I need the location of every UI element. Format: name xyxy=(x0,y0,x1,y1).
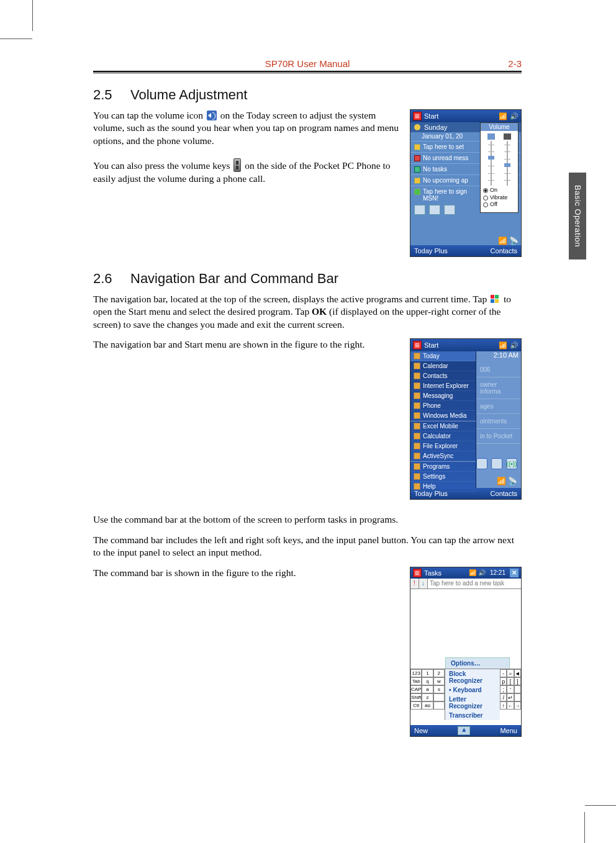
section-2-5-heading: 2.5Volume Adjustment xyxy=(93,87,522,103)
nav-bar: ⊞ Start 📶 🔊 xyxy=(410,339,521,351)
chevron-up-icon xyxy=(462,728,466,732)
today-owner-row: Tap here to set xyxy=(423,143,464,150)
app-icon xyxy=(414,473,420,480)
start-menu-item[interactable]: Excel Mobile xyxy=(410,422,476,431)
key[interactable]: ↵ xyxy=(507,693,514,701)
priority-filter-button[interactable]: ! xyxy=(410,579,419,588)
key[interactable]: ; xyxy=(500,685,507,693)
start-menu-item[interactable]: Internet Explorer xyxy=(410,381,476,391)
task-filter-bar: ! ↓ xyxy=(410,579,521,589)
sort-filter-button[interactable]: ↓ xyxy=(419,579,428,588)
section-number: 2.5 xyxy=(93,87,130,103)
key[interactable]: [ xyxy=(507,677,514,685)
key[interactable]: s xyxy=(433,685,445,693)
key[interactable]: z xyxy=(422,693,433,701)
radio-vibrate[interactable] xyxy=(483,196,488,201)
connection-icons: 📶 📡 xyxy=(497,477,517,485)
key[interactable]: 2 xyxy=(433,669,445,677)
today-row-fragment: ages xyxy=(476,399,521,414)
speaker-status-icon: 🔊 xyxy=(510,112,519,120)
key[interactable]: Shift xyxy=(410,693,422,701)
volume-popup-title: Volume xyxy=(481,123,518,131)
section-2-6-heading: 2.6Navigation Bar and Command Bar xyxy=(93,271,522,287)
system-volume-slider[interactable] xyxy=(486,133,497,186)
start-menu[interactable]: TodayCalendarContactsInternet ExplorerMe… xyxy=(410,351,476,488)
right-softkey[interactable]: Contacts xyxy=(491,490,517,497)
today-msn-row: Tap here to sign xyxy=(423,188,467,195)
key[interactable]: ] xyxy=(514,677,521,685)
signal-icon: 📶 xyxy=(499,341,507,349)
start-menu-item[interactable]: Programs xyxy=(410,462,476,472)
sip-options[interactable]: Options… xyxy=(445,657,510,669)
sip-toggle-button[interactable] xyxy=(458,726,470,735)
app-icon xyxy=(414,463,420,470)
key[interactable]: 123 xyxy=(410,669,422,677)
soft-keyboard-right-fragment[interactable]: -=◄p[];'/↵↑←→ xyxy=(500,669,521,720)
today-row-fragment: ointments xyxy=(476,414,521,429)
sip-method-list[interactable]: Block RecognizerKeyboardLetter Recognize… xyxy=(445,669,500,720)
tray-icon xyxy=(476,458,487,469)
key[interactable]: ◄ xyxy=(514,669,521,677)
key[interactable]: Ctl xyxy=(410,701,422,710)
tasks-icon xyxy=(414,166,420,173)
figure-today-volume: ⊞ Start 📶 🔊 Sunday January 01, 20 Tap he… xyxy=(410,109,522,257)
soft-keyboard-fragment[interactable]: 12312TabqwCAPasShiftzCtláü xyxy=(410,669,445,720)
wireless-icon: ((•)) xyxy=(506,458,517,469)
sip-method-item[interactable]: Transcriber xyxy=(445,711,500,720)
key[interactable]: = xyxy=(507,669,514,677)
start-flag-icon: ⊞ xyxy=(413,569,422,577)
app-icon xyxy=(414,443,420,449)
key[interactable]: q xyxy=(422,677,433,685)
key[interactable]: - xyxy=(500,669,507,677)
key[interactable] xyxy=(514,693,521,701)
key[interactable] xyxy=(514,685,521,693)
sip-method-item[interactable]: Keyboard xyxy=(445,685,500,695)
key[interactable]: → xyxy=(514,701,521,710)
start-menu-item[interactable]: Today xyxy=(410,351,476,361)
input-panel-area: 12312TabqwCAPasShiftzCtláü Block Recogni… xyxy=(410,669,521,720)
key[interactable]: p xyxy=(500,677,507,685)
new-task-input[interactable] xyxy=(428,579,521,588)
key[interactable]: 1 xyxy=(422,669,433,677)
start-menu-item[interactable]: Messaging xyxy=(410,391,476,401)
start-menu-item[interactable]: Windows Media xyxy=(410,411,476,421)
sip-method-item[interactable]: Letter Recognizer xyxy=(445,695,500,711)
key[interactable]: ' xyxy=(507,685,514,693)
volume-mode-radios[interactable]: On Vibrate Off xyxy=(481,187,518,210)
app-icon xyxy=(414,433,420,440)
left-softkey[interactable]: New xyxy=(414,727,428,734)
key[interactable] xyxy=(433,701,445,710)
sip-method-item[interactable]: Block Recognizer xyxy=(445,669,500,685)
radio-off[interactable] xyxy=(483,202,488,207)
key[interactable]: ↑ xyxy=(500,701,507,710)
start-menu-item[interactable]: Contacts xyxy=(410,371,476,381)
start-menu-item[interactable]: Settings xyxy=(410,472,476,482)
owner-icon xyxy=(414,144,420,150)
clock-time: 2:10 AM xyxy=(494,351,519,359)
key[interactable]: Tab xyxy=(410,677,422,685)
para-2-5-1: You can tap the volume icon on the Today… xyxy=(93,109,399,147)
phone-volume-slider[interactable] xyxy=(502,133,513,186)
message-icon xyxy=(414,155,420,161)
start-menu-item[interactable]: ActiveSync xyxy=(410,451,476,461)
start-menu-item[interactable]: Calculator xyxy=(410,431,476,441)
key[interactable]: CAP xyxy=(410,685,422,693)
key[interactable]: áü xyxy=(422,701,433,710)
key[interactable]: ← xyxy=(507,701,514,710)
right-softkey[interactable]: Contacts xyxy=(491,247,517,255)
key[interactable]: / xyxy=(500,693,507,701)
key[interactable]: a xyxy=(422,685,433,693)
left-softkey[interactable]: Today Plus xyxy=(414,247,448,255)
start-menu-item[interactable]: Phone xyxy=(410,401,476,411)
para-2-6-3: Use the command bar at the bottom of the… xyxy=(93,513,522,526)
start-menu-item[interactable]: Calendar xyxy=(410,361,476,371)
radio-on[interactable] xyxy=(483,188,488,193)
start-menu-item[interactable]: Help xyxy=(410,482,476,492)
close-button[interactable]: ✕ xyxy=(510,569,519,577)
volume-popup: Volume xyxy=(480,122,519,213)
app-icon xyxy=(414,382,420,389)
key[interactable]: w xyxy=(433,677,445,685)
right-softkey[interactable]: Menu xyxy=(500,727,517,734)
key[interactable] xyxy=(433,693,445,701)
start-menu-item[interactable]: File Explorer xyxy=(410,441,476,451)
